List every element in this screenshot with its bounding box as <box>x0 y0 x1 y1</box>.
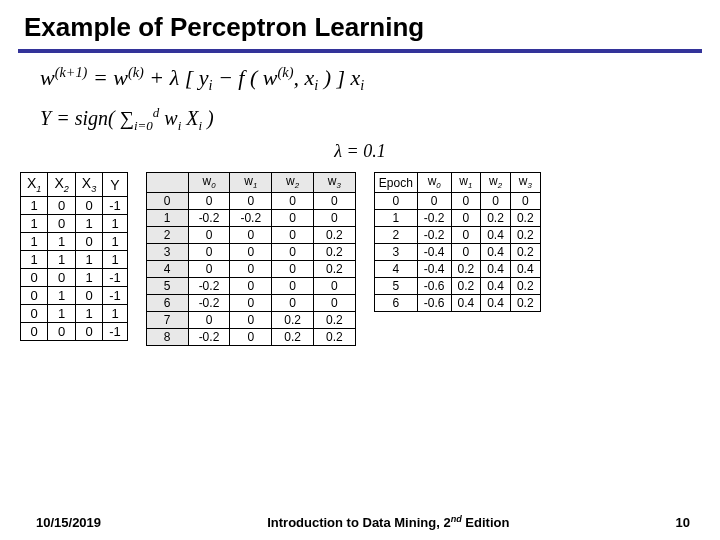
table-row: 00000 <box>374 192 540 209</box>
table-cell: 1 <box>103 251 128 269</box>
footer-page-number: 10 <box>676 515 690 530</box>
table-cell: 0 <box>417 192 451 209</box>
table-cell: 1 <box>48 251 75 269</box>
table-cell: 7 <box>146 311 188 328</box>
table-cell: 0 <box>272 277 314 294</box>
table-cell: 0 <box>230 311 272 328</box>
table-cell: 0.2 <box>313 328 355 345</box>
table-cell: 0 <box>272 260 314 277</box>
table-cell: 1 <box>75 251 102 269</box>
equation-area: w(k+1) = w(k) + λ [ yi − f ( w(k), xi ) … <box>0 53 720 135</box>
table-cell: 1 <box>146 209 188 226</box>
table-cell: 1 <box>48 233 75 251</box>
column-header: w0 <box>417 173 451 192</box>
table-row: 2-0.200.40.2 <box>374 226 540 243</box>
table-row: 1011 <box>21 215 128 233</box>
tables-row: X1X2X3Y100-1101111011111001-1010-1011100… <box>0 162 720 345</box>
table-cell: 1 <box>374 209 417 226</box>
footer-title: Introduction to Data Mining, 2nd Edition <box>267 514 509 530</box>
table-cell: 0 <box>48 323 75 341</box>
table-cell: 1 <box>75 305 102 323</box>
table-cell: 0.2 <box>313 226 355 243</box>
table-cell: 0 <box>48 215 75 233</box>
table-row: 1-0.2-0.200 <box>146 209 355 226</box>
table-cell: 0 <box>188 243 230 260</box>
column-header: w0 <box>188 173 230 192</box>
table-cell: 0.2 <box>510 294 540 311</box>
update-rule-equation: w(k+1) = w(k) + λ [ yi − f ( w(k), xi ) … <box>40 61 720 97</box>
column-header <box>146 173 188 192</box>
column-header: X3 <box>75 173 102 197</box>
table-cell: 0 <box>75 287 102 305</box>
table-cell: 0 <box>188 226 230 243</box>
table-row: 6-0.60.40.40.2 <box>374 294 540 311</box>
table-cell: 0 <box>146 192 188 209</box>
table-row: 00000 <box>146 192 355 209</box>
table-cell: 0 <box>230 260 272 277</box>
table-cell: 0.2 <box>313 260 355 277</box>
table-row: 6-0.2000 <box>146 294 355 311</box>
table-row: 1-0.200.20.2 <box>374 209 540 226</box>
table-cell: -0.6 <box>417 294 451 311</box>
table-cell: 0 <box>313 192 355 209</box>
table-cell: 1 <box>21 233 48 251</box>
table-cell: 0.4 <box>510 260 540 277</box>
table-cell: 1 <box>21 197 48 215</box>
column-header: Y <box>103 173 128 197</box>
table-cell: 1 <box>21 215 48 233</box>
table-row: 7000.20.2 <box>146 311 355 328</box>
slide-footer: 10/15/2019 Introduction to Data Mining, … <box>0 514 720 530</box>
column-header: w2 <box>272 173 314 192</box>
table-cell: 4 <box>146 260 188 277</box>
table-cell: 0 <box>75 233 102 251</box>
column-header: Epoch <box>374 173 417 192</box>
table-cell: 8 <box>146 328 188 345</box>
table-cell: -1 <box>103 287 128 305</box>
table-cell: 0 <box>451 209 481 226</box>
table-cell: 0.2 <box>481 209 511 226</box>
table-row: 5-0.60.20.40.2 <box>374 277 540 294</box>
table-cell: 0 <box>451 192 481 209</box>
table-cell: 0.4 <box>481 277 511 294</box>
table-row: 000-1 <box>21 323 128 341</box>
table-cell: -0.2 <box>188 294 230 311</box>
column-header: w2 <box>481 173 511 192</box>
column-header: w3 <box>510 173 540 192</box>
table-row: 20000.2 <box>146 226 355 243</box>
table-row: 30000.2 <box>146 243 355 260</box>
slide-title: Example of Perceptron Learning <box>0 0 720 49</box>
table-cell: 0.4 <box>451 294 481 311</box>
table-row: 5-0.2000 <box>146 277 355 294</box>
table-row: 1101 <box>21 233 128 251</box>
table-cell: 0.2 <box>313 311 355 328</box>
table-cell: 0 <box>230 277 272 294</box>
table-cell: 0 <box>272 243 314 260</box>
table-cell: 0 <box>272 294 314 311</box>
table-cell: 1 <box>48 305 75 323</box>
iteration-weights-table: w0w1w2w3000001-0.2-0.20020000.230000.240… <box>146 172 356 345</box>
table-cell: 0 <box>75 197 102 215</box>
column-header: w1 <box>230 173 272 192</box>
table-cell: 0 <box>510 192 540 209</box>
table-cell: 4 <box>374 260 417 277</box>
table-cell: 0 <box>188 260 230 277</box>
table-row: 010-1 <box>21 287 128 305</box>
table-cell: 0 <box>313 209 355 226</box>
table-cell: 1 <box>21 251 48 269</box>
table-cell: 0 <box>230 243 272 260</box>
table-cell: -1 <box>103 323 128 341</box>
table-cell: 0 <box>313 277 355 294</box>
table-cell: 0.4 <box>481 294 511 311</box>
table-cell: 1 <box>75 269 102 287</box>
table-cell: -0.4 <box>417 243 451 260</box>
table-cell: 0 <box>21 323 48 341</box>
table-cell: 0.2 <box>510 209 540 226</box>
table-cell: 0.4 <box>481 260 511 277</box>
table-cell: -0.4 <box>417 260 451 277</box>
table-cell: 3 <box>146 243 188 260</box>
table-cell: -0.2 <box>417 226 451 243</box>
table-cell: 0 <box>313 294 355 311</box>
table-cell: -0.2 <box>230 209 272 226</box>
table-cell: 0 <box>374 192 417 209</box>
table-cell: 0 <box>230 226 272 243</box>
